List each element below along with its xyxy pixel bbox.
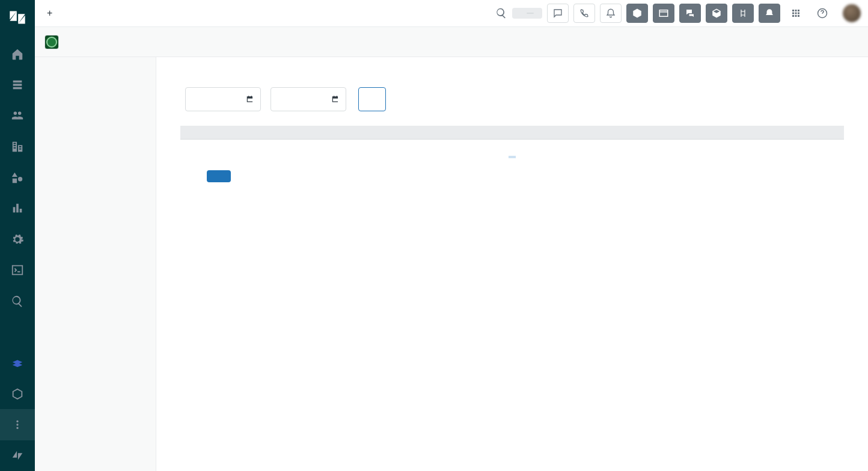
- app-header: [35, 27, 868, 57]
- col-due-date: [715, 126, 844, 140]
- rail-search-icon[interactable]: [0, 286, 35, 316]
- app-package-icon[interactable]: [706, 4, 727, 23]
- app-window-icon[interactable]: [653, 4, 674, 23]
- svg-rect-10: [795, 15, 797, 17]
- app-messages-icon[interactable]: [679, 4, 701, 23]
- rail-admin-icon[interactable]: [0, 224, 35, 254]
- zendesk-logo-icon[interactable]: [8, 8, 26, 26]
- svg-rect-9: [792, 15, 794, 17]
- conversations-pill[interactable]: [512, 8, 542, 19]
- apply-filter-button[interactable]: [358, 87, 386, 111]
- avatar[interactable]: [843, 4, 861, 22]
- app-alert-icon[interactable]: [759, 4, 780, 23]
- rail-more-icon[interactable]: [0, 409, 35, 440]
- add-button[interactable]: +: [42, 5, 60, 22]
- svg-rect-5: [798, 10, 799, 11]
- rail-reporting-icon[interactable]: [0, 193, 35, 224]
- col-sent-at: [397, 126, 517, 140]
- conversations-count: [527, 13, 534, 14]
- svg-point-0: [16, 420, 18, 422]
- rail-customers-icon[interactable]: [0, 100, 35, 131]
- col-subject: [180, 126, 301, 140]
- col-sent-to: [517, 126, 595, 140]
- noticast-logo-icon: [44, 35, 59, 49]
- sidebar-item-admin-panel[interactable]: [35, 111, 156, 126]
- download-csv-button[interactable]: [207, 170, 231, 182]
- svg-point-1: [16, 423, 18, 425]
- plus-icon: +: [47, 8, 52, 18]
- rail-shapes-icon[interactable]: [0, 162, 35, 192]
- page-number[interactable]: [509, 156, 516, 158]
- rail-views-icon[interactable]: [0, 69, 35, 100]
- help-icon[interactable]: [811, 4, 833, 23]
- rail-if-item[interactable]: [0, 316, 35, 347]
- svg-rect-6: [792, 13, 794, 14]
- content: [156, 57, 868, 471]
- sidebar: [35, 57, 156, 471]
- notifications-table: [180, 126, 844, 140]
- nav-rail: [0, 0, 35, 471]
- phone-icon[interactable]: [573, 4, 595, 23]
- chat-icon[interactable]: [547, 4, 569, 23]
- app-links-icon[interactable]: [732, 4, 754, 23]
- calendar-icon: [246, 95, 254, 103]
- rail-home-icon[interactable]: [0, 38, 35, 69]
- end-date-input[interactable]: [270, 87, 346, 111]
- sidebar-item-my-notifications[interactable]: [35, 68, 156, 82]
- start-date-input[interactable]: [185, 87, 261, 111]
- svg-rect-8: [798, 13, 799, 14]
- rail-organizations-icon[interactable]: [0, 131, 35, 162]
- rail-app1-icon[interactable]: [0, 348, 35, 378]
- rail-app2-icon[interactable]: [0, 378, 35, 409]
- svg-rect-11: [798, 15, 799, 17]
- svg-rect-3: [792, 10, 794, 11]
- rail-console-icon[interactable]: [0, 255, 35, 286]
- svg-rect-4: [795, 10, 797, 11]
- pagination: [180, 150, 844, 160]
- apps-grid-icon[interactable]: [785, 4, 807, 23]
- sidebar-item-all-notifications[interactable]: [35, 82, 156, 97]
- table-header-row: [180, 126, 844, 140]
- app-cube-icon[interactable]: [626, 4, 648, 23]
- svg-rect-7: [795, 13, 797, 14]
- sidebar-item-create-message[interactable]: [35, 97, 156, 111]
- notification-bell-icon[interactable]: [600, 4, 622, 23]
- rail-zendesk-icon[interactable]: [0, 440, 35, 471]
- search-icon[interactable]: [495, 7, 507, 19]
- filters-row: [180, 87, 844, 111]
- calendar-icon: [331, 95, 340, 103]
- topbar: +: [35, 0, 868, 27]
- col-recipients: [595, 126, 715, 140]
- svg-point-2: [16, 427, 18, 429]
- col-created-by: [301, 126, 397, 140]
